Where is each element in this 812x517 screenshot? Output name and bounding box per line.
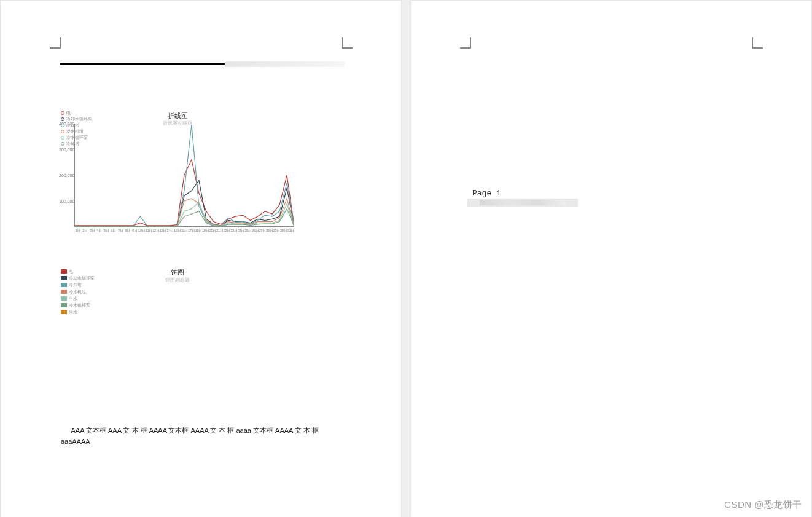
x-tick-label: 22日	[223, 228, 230, 234]
legend-swatch-icon	[61, 296, 67, 301]
legend-swatch-icon	[61, 117, 64, 121]
x-tick-label: 24日	[238, 228, 245, 234]
x-tick-label: 19日	[202, 228, 209, 234]
x-tick-label: 10日	[138, 228, 146, 234]
y-tick-label: 200,000	[59, 173, 74, 178]
legend-label: 冷水循环泵	[69, 302, 90, 309]
redacted-bar	[467, 199, 578, 207]
legend-item: 中水	[61, 295, 95, 302]
watermark: CSDN @恐龙饼干	[724, 499, 802, 511]
x-tick-label: 18日	[195, 228, 202, 234]
legend-swatch-icon	[61, 283, 67, 287]
pie-chart-subtitle: 饼图副标题	[165, 277, 190, 283]
x-tick-label: 1日	[74, 228, 82, 234]
x-tick-label: 9日	[131, 228, 138, 234]
horizontal-rule	[60, 63, 225, 65]
crop-mark-icon	[460, 37, 471, 49]
x-tick-label: 11日	[145, 228, 152, 234]
x-tick-label: 23日	[230, 228, 238, 234]
line-chart-plot	[74, 124, 294, 227]
page-number-label: Page 1	[472, 189, 501, 198]
x-tick-label: 3日	[88, 228, 96, 234]
page-2: Page 1	[410, 0, 812, 517]
legend-swatch-icon	[61, 276, 67, 280]
x-tick-label: 5日	[103, 228, 110, 234]
legend-item: 冷水机组	[61, 288, 95, 295]
legend-item: 电	[61, 110, 92, 116]
x-tick-label: 21日	[216, 228, 224, 234]
legend-label: 中水	[69, 295, 77, 302]
legend-item: 冷却水循环泵	[61, 275, 95, 282]
x-tick-label: 27日	[259, 228, 266, 234]
legend-label: 冷却塔	[69, 282, 82, 288]
legend-item: 电	[61, 268, 95, 275]
x-tick-label: 16日	[181, 228, 188, 234]
x-tick-labels: 1日2日3日4日5日6日7日8日9日10日11日12日13日14日15日16日1…	[74, 228, 294, 234]
legend-swatch-icon	[61, 142, 64, 146]
x-tick-label: 6日	[110, 228, 117, 234]
x-tick-label: 28日	[266, 228, 273, 234]
x-tick-label: 7日	[117, 228, 124, 234]
x-tick-label: 31日	[287, 228, 294, 234]
legend-swatch-icon	[61, 310, 67, 314]
pie-chart: 电冷却水循环泵冷却塔冷水机组中水冷水循环泵雨水 饼图 饼图副标题	[61, 268, 294, 330]
x-tick-label: 25日	[244, 228, 252, 234]
pie-chart-legend: 电冷却水循环泵冷却塔冷水机组中水冷水循环泵雨水	[61, 268, 95, 315]
legend-swatch-icon	[61, 290, 67, 294]
page-1: 电冷却水循环泵冷却塔冷水机组冷水循环泵冷却塔 折线图 折线图副标题 100,00…	[0, 0, 402, 517]
x-tick-label: 29日	[273, 228, 280, 234]
x-tick-label: 17日	[188, 228, 195, 234]
legend-label: 电	[69, 268, 73, 275]
legend-item: 冷水循环泵	[61, 302, 95, 309]
x-tick-label: 15日	[174, 228, 181, 234]
legend-label: 电	[66, 110, 71, 116]
line-chart-title: 折线图	[168, 111, 188, 120]
crop-mark-icon	[342, 37, 353, 49]
x-tick-label: 2日	[82, 228, 89, 234]
y-tick-label: 300,000	[59, 148, 74, 152]
line-chart: 电冷却水循环泵冷却塔冷水机组冷水循环泵冷却塔 折线图 折线图副标题 100,00…	[61, 111, 294, 234]
legend-label: 冷却水循环泵	[69, 275, 95, 282]
x-tick-label: 12日	[152, 228, 160, 234]
x-tick-label: 20日	[209, 228, 216, 234]
legend-item: 雨水	[61, 309, 95, 315]
y-tick-label: 100,000	[59, 199, 74, 203]
legend-item: 冷却塔	[61, 282, 95, 288]
redacted-bar	[225, 61, 345, 67]
legend-swatch-icon	[61, 111, 64, 115]
legend-swatch-icon	[61, 303, 67, 307]
x-tick-label: 26日	[252, 228, 259, 234]
x-tick-label: 8日	[124, 228, 131, 234]
crop-mark-icon	[50, 37, 61, 49]
legend-swatch-icon	[61, 130, 64, 133]
legend-label: 冷水机组	[69, 288, 86, 295]
x-tick-label: 14日	[166, 228, 174, 234]
pie-chart-title: 饼图	[171, 268, 184, 277]
x-tick-label: 13日	[160, 228, 167, 234]
y-tick-label: 400,000	[59, 122, 74, 126]
legend-swatch-icon	[61, 136, 64, 140]
body-paragraph: AAA 文本框 AAA 文 本 框 AAAA 文本框 AAAA 文 本 框 aa…	[61, 425, 319, 447]
x-tick-label: 30日	[280, 228, 287, 234]
crop-mark-icon	[752, 37, 763, 49]
body-text-content: AAA 文本框 AAA 文 本 框 AAAA 文本框 AAAA 文 本 框 aa…	[61, 427, 319, 445]
legend-swatch-icon	[61, 269, 67, 274]
x-tick-label: 4日	[96, 228, 103, 234]
legend-label: 雨水	[69, 309, 77, 315]
